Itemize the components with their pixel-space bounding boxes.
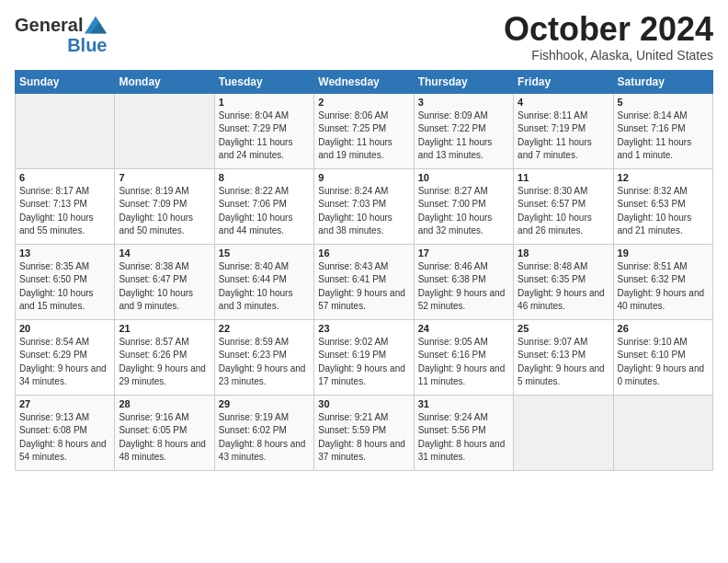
- day-number: 18: [518, 247, 609, 259]
- calendar-cell: 14Sunrise: 8:38 AM Sunset: 6:47 PM Dayli…: [115, 244, 214, 319]
- day-number: 23: [318, 323, 409, 334]
- header: General Blue October 2024 Fishhook, Alas…: [15, 11, 713, 63]
- day-info: Sunrise: 8:46 AM Sunset: 6:38 PM Dayligh…: [418, 260, 509, 314]
- day-info: Sunrise: 8:06 AM Sunset: 7:25 PM Dayligh…: [318, 109, 409, 163]
- calendar-cell: 3Sunrise: 8:09 AM Sunset: 7:22 PM Daylig…: [414, 93, 513, 168]
- day-number: 22: [219, 323, 310, 334]
- calendar-cell: [115, 93, 214, 168]
- day-info: Sunrise: 8:40 AM Sunset: 6:44 PM Dayligh…: [219, 260, 310, 314]
- calendar-cell: 19Sunrise: 8:51 AM Sunset: 6:32 PM Dayli…: [613, 244, 712, 319]
- calendar-cell: 27Sunrise: 9:13 AM Sunset: 6:08 PM Dayli…: [16, 395, 115, 470]
- calendar-cell: 5Sunrise: 8:14 AM Sunset: 7:16 PM Daylig…: [613, 93, 712, 168]
- day-info: Sunrise: 9:19 AM Sunset: 6:02 PM Dayligh…: [219, 411, 310, 465]
- weekday-header-tuesday: Tuesday: [214, 70, 313, 93]
- logo-icon: [85, 16, 107, 34]
- day-number: 11: [518, 172, 609, 183]
- calendar-cell: 9Sunrise: 8:24 AM Sunset: 7:03 PM Daylig…: [314, 168, 414, 244]
- calendar-cell: [514, 395, 613, 470]
- weekday-header-thursday: Thursday: [414, 70, 513, 93]
- day-info: Sunrise: 8:24 AM Sunset: 7:03 PM Dayligh…: [318, 185, 409, 238]
- calendar-cell: 21Sunrise: 8:57 AM Sunset: 6:26 PM Dayli…: [115, 319, 214, 395]
- calendar-cell: 31Sunrise: 9:24 AM Sunset: 5:56 PM Dayli…: [414, 395, 513, 470]
- day-info: Sunrise: 8:11 AM Sunset: 7:19 PM Dayligh…: [518, 109, 609, 163]
- day-number: 25: [518, 323, 609, 334]
- day-info: Sunrise: 9:02 AM Sunset: 6:19 PM Dayligh…: [318, 336, 409, 389]
- weekday-header-row: SundayMondayTuesdayWednesdayThursdayFrid…: [16, 70, 713, 93]
- day-number: 6: [19, 172, 110, 183]
- day-number: 2: [318, 97, 409, 108]
- day-info: Sunrise: 8:43 AM Sunset: 6:41 PM Dayligh…: [318, 260, 409, 314]
- day-number: 28: [119, 398, 210, 409]
- calendar-cell: 28Sunrise: 9:16 AM Sunset: 6:05 PM Dayli…: [115, 395, 214, 470]
- day-info: Sunrise: 9:21 AM Sunset: 5:59 PM Dayligh…: [318, 411, 409, 465]
- day-number: 8: [219, 172, 310, 183]
- calendar-cell: 11Sunrise: 8:30 AM Sunset: 6:57 PM Dayli…: [514, 168, 613, 244]
- calendar-cell: 13Sunrise: 8:35 AM Sunset: 6:50 PM Dayli…: [16, 244, 115, 319]
- day-number: 1: [219, 97, 310, 108]
- day-number: 3: [418, 97, 509, 108]
- title-month: October 2024: [504, 11, 713, 48]
- calendar-cell: 6Sunrise: 8:17 AM Sunset: 7:13 PM Daylig…: [16, 168, 115, 244]
- day-info: Sunrise: 8:51 AM Sunset: 6:32 PM Dayligh…: [618, 260, 709, 314]
- weekday-header-saturday: Saturday: [613, 70, 712, 93]
- day-number: 26: [618, 323, 709, 334]
- calendar-cell: 17Sunrise: 8:46 AM Sunset: 6:38 PM Dayli…: [414, 244, 513, 319]
- day-info: Sunrise: 8:59 AM Sunset: 6:23 PM Dayligh…: [219, 336, 310, 389]
- calendar-table: SundayMondayTuesdayWednesdayThursdayFrid…: [15, 70, 713, 471]
- week-row-1: 1Sunrise: 8:04 AM Sunset: 7:29 PM Daylig…: [16, 93, 713, 168]
- day-info: Sunrise: 8:27 AM Sunset: 7:00 PM Dayligh…: [418, 185, 509, 238]
- day-info: Sunrise: 8:30 AM Sunset: 6:57 PM Dayligh…: [518, 185, 609, 238]
- day-number: 14: [119, 247, 210, 259]
- calendar-cell: 12Sunrise: 8:32 AM Sunset: 6:53 PM Dayli…: [613, 168, 712, 244]
- title-location: Fishhook, Alaska, United States: [504, 48, 713, 63]
- day-info: Sunrise: 8:54 AM Sunset: 6:29 PM Dayligh…: [19, 336, 110, 389]
- calendar-cell: 16Sunrise: 8:43 AM Sunset: 6:41 PM Dayli…: [314, 244, 414, 319]
- weekday-header-sunday: Sunday: [16, 70, 115, 93]
- day-info: Sunrise: 8:32 AM Sunset: 6:53 PM Dayligh…: [618, 185, 709, 238]
- day-info: Sunrise: 9:10 AM Sunset: 6:10 PM Dayligh…: [618, 336, 709, 389]
- day-info: Sunrise: 8:48 AM Sunset: 6:35 PM Dayligh…: [518, 260, 609, 314]
- day-info: Sunrise: 9:13 AM Sunset: 6:08 PM Dayligh…: [19, 411, 110, 465]
- day-number: 17: [418, 247, 509, 259]
- day-number: 29: [219, 398, 310, 409]
- day-number: 12: [618, 172, 709, 183]
- calendar-cell: [16, 93, 115, 168]
- calendar-cell: 25Sunrise: 9:07 AM Sunset: 6:13 PM Dayli…: [514, 319, 613, 395]
- day-info: Sunrise: 8:04 AM Sunset: 7:29 PM Dayligh…: [219, 109, 310, 163]
- week-row-5: 27Sunrise: 9:13 AM Sunset: 6:08 PM Dayli…: [16, 395, 713, 470]
- week-row-4: 20Sunrise: 8:54 AM Sunset: 6:29 PM Dayli…: [16, 319, 713, 395]
- day-info: Sunrise: 8:35 AM Sunset: 6:50 PM Dayligh…: [19, 260, 110, 314]
- day-number: 27: [19, 398, 110, 409]
- day-number: 15: [219, 247, 310, 259]
- page: General Blue October 2024 Fishhook, Alas…: [0, 0, 728, 478]
- calendar-cell: [613, 395, 712, 470]
- day-info: Sunrise: 8:38 AM Sunset: 6:47 PM Dayligh…: [119, 260, 210, 314]
- day-info: Sunrise: 9:16 AM Sunset: 6:05 PM Dayligh…: [119, 411, 210, 465]
- calendar-cell: 30Sunrise: 9:21 AM Sunset: 5:59 PM Dayli…: [314, 395, 414, 470]
- calendar-cell: 10Sunrise: 8:27 AM Sunset: 7:00 PM Dayli…: [414, 168, 513, 244]
- day-number: 24: [418, 323, 509, 334]
- logo-blue-text: Blue: [67, 35, 107, 55]
- day-number: 19: [618, 247, 709, 259]
- day-info: Sunrise: 9:05 AM Sunset: 6:16 PM Dayligh…: [418, 336, 509, 389]
- calendar-cell: 2Sunrise: 8:06 AM Sunset: 7:25 PM Daylig…: [314, 93, 414, 168]
- calendar-cell: 7Sunrise: 8:19 AM Sunset: 7:09 PM Daylig…: [115, 168, 214, 244]
- day-number: 16: [318, 247, 409, 259]
- calendar-cell: 20Sunrise: 8:54 AM Sunset: 6:29 PM Dayli…: [16, 319, 115, 395]
- calendar-cell: 26Sunrise: 9:10 AM Sunset: 6:10 PM Dayli…: [613, 319, 712, 395]
- title-block: October 2024 Fishhook, Alaska, United St…: [504, 11, 713, 63]
- day-number: 30: [318, 398, 409, 409]
- day-number: 10: [418, 172, 509, 183]
- weekday-header-friday: Friday: [514, 70, 613, 93]
- day-number: 21: [119, 323, 210, 334]
- day-number: 13: [19, 247, 110, 259]
- weekday-header-monday: Monday: [115, 70, 214, 93]
- day-number: 20: [19, 323, 110, 334]
- day-info: Sunrise: 8:09 AM Sunset: 7:22 PM Dayligh…: [418, 109, 509, 163]
- weekday-header-wednesday: Wednesday: [314, 70, 414, 93]
- calendar-cell: 1Sunrise: 8:04 AM Sunset: 7:29 PM Daylig…: [214, 93, 313, 168]
- day-info: Sunrise: 8:14 AM Sunset: 7:16 PM Dayligh…: [618, 109, 709, 163]
- day-number: 5: [618, 97, 709, 108]
- day-info: Sunrise: 9:07 AM Sunset: 6:13 PM Dayligh…: [518, 336, 609, 389]
- calendar-cell: 22Sunrise: 8:59 AM Sunset: 6:23 PM Dayli…: [214, 319, 313, 395]
